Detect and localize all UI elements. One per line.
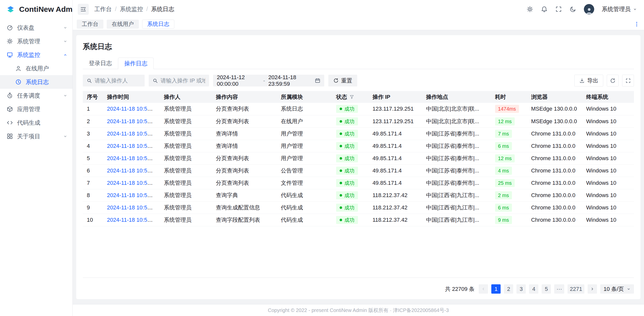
cell-content: 分页查询列表	[212, 177, 277, 189]
status-dot-icon	[340, 206, 342, 209]
cell-time-link[interactable]: 2024-11-18 10:51:53	[107, 167, 158, 174]
status-dot-icon	[340, 219, 342, 221]
sidebar-item-label: 仪表盘	[17, 24, 59, 32]
user-icon	[15, 65, 22, 72]
page-button[interactable]: 4	[529, 284, 538, 294]
operator-search-input[interactable]	[95, 77, 141, 84]
sidebar-item-code-generation[interactable]: 代码生成	[0, 116, 72, 129]
sidebar-collapse-button[interactable]	[78, 4, 89, 15]
tag-system-logs[interactable]: 系统日志	[142, 20, 174, 29]
cell-ip: 49.85.171.4	[369, 127, 422, 140]
page-button[interactable]: 2271	[568, 284, 584, 294]
notification-bell-icon[interactable]	[541, 6, 548, 13]
settings-icon	[7, 38, 13, 44]
sidebar-item-label: 任务调度	[17, 92, 59, 100]
log-tabs: 登录日志 操作日志	[83, 57, 634, 69]
cell-operator: 系统管理员	[160, 201, 212, 214]
page-button[interactable]: 3	[516, 284, 526, 294]
cell-time-link[interactable]: 2024-11-18 10:51:52	[107, 180, 158, 186]
cell-os: Windows 10	[582, 164, 634, 177]
sidebar-item-online-users[interactable]: 在线用户	[0, 62, 72, 75]
cell-time-link[interactable]: 2024-11-18 10:51:49	[107, 217, 158, 223]
cell-location: 中国|江苏省|泰州市|...	[422, 127, 491, 140]
code-icon	[7, 119, 13, 126]
avatar-person-icon	[585, 7, 593, 14]
avatar[interactable]	[584, 4, 594, 14]
page-size-select[interactable]: 10 条/页	[600, 284, 634, 294]
page-button[interactable]: 1	[491, 284, 501, 294]
sidebar-item-app-management[interactable]: 应用管理	[0, 102, 72, 116]
main-column: 工作台 / 系统监控 / 系统日志 系统管理员 工作台	[73, 0, 644, 316]
page-button[interactable]: 5	[542, 284, 551, 294]
cell-module: 代码生成	[277, 214, 332, 226]
system-log-card: 系统日志 登录日志 操作日志	[76, 35, 640, 299]
breadcrumb-item[interactable]: 工作台	[94, 5, 112, 13]
cell-module: 在线用户	[277, 115, 332, 127]
status-dot-icon	[340, 120, 342, 123]
table-fullscreen-button[interactable]	[622, 75, 634, 86]
content-area: 系统日志 登录日志 操作日志	[73, 30, 644, 304]
breadcrumb: 工作台 / 系统监控 / 系统日志	[94, 5, 174, 13]
export-label: 导出	[587, 77, 598, 84]
status-badge: 成功	[336, 191, 358, 199]
app-logo[interactable]: ContiNew Admin	[0, 0, 72, 18]
export-button[interactable]: 导出	[574, 75, 603, 86]
tab-operation-logs[interactable]: 操作日志	[118, 58, 154, 69]
cell-ip: 49.85.171.4	[369, 140, 422, 152]
cell-time-link[interactable]: 2024-11-18 10:52:12	[107, 130, 158, 137]
cell-time-link[interactable]: 2024-11-18 10:51:49	[107, 204, 158, 211]
monitor-icon	[7, 52, 13, 58]
page-ellipsis[interactable]: ···	[554, 284, 564, 294]
tag-online-users[interactable]: 在线用户	[107, 20, 139, 29]
tab-label: 登录日志	[89, 59, 112, 67]
cell-time-link[interactable]: 2024-11-18 10:52:47	[107, 118, 158, 124]
duration-badge: 4 ms	[495, 167, 512, 175]
sidebar-item-system-management[interactable]: 系统管理	[0, 34, 72, 48]
cell-time-link[interactable]: 2024-11-18 10:52:05	[107, 143, 158, 149]
date-range-separator: -	[263, 77, 265, 84]
cell-module: 用户管理	[277, 152, 332, 164]
date-range-picker[interactable]: 2024-11-12 00:00:00 - 2024-11-18 23:59:5…	[213, 75, 324, 86]
prev-page-button[interactable]	[479, 284, 488, 294]
reset-label: 重置	[341, 77, 352, 84]
top-header: 工作台 / 系统监控 / 系统日志 系统管理员	[73, 0, 644, 18]
sidebar-item-system-monitor[interactable]: 系统监控	[0, 48, 72, 62]
breadcrumb-item[interactable]: 系统监控	[120, 5, 143, 13]
user-menu[interactable]: 系统管理员	[602, 5, 637, 13]
cell-os: Windows 10	[582, 214, 634, 226]
settings-icon[interactable]	[527, 6, 533, 13]
duration-badge: 25 ms	[495, 179, 515, 187]
sidebar-item-task-schedule[interactable]: 任务调度	[0, 89, 72, 102]
status-dot-icon	[340, 169, 342, 172]
cell-time-link[interactable]: 2024-11-18 10:51:50	[107, 192, 158, 198]
tag-workbench[interactable]: 工作台	[77, 20, 103, 29]
cell-module: 用户管理	[277, 140, 332, 152]
cell-ip: 118.212.37.42	[369, 214, 422, 226]
sidebar-item-about-project[interactable]: 关于项目	[0, 129, 72, 143]
fullscreen-icon[interactable]	[555, 6, 562, 13]
table-refresh-button[interactable]	[607, 75, 619, 86]
cell-index: 9	[83, 201, 103, 214]
table-row: 2 2024-11-18 10:52:47 系统管理员 分页查询列表 在线用户 …	[83, 115, 634, 127]
tab-login-logs[interactable]: 登录日志	[83, 57, 118, 69]
cell-operator: 系统管理员	[160, 115, 212, 127]
reset-button[interactable]: 重置	[328, 75, 357, 86]
next-page-button[interactable]	[588, 284, 597, 294]
cell-operator: 系统管理员	[160, 189, 212, 201]
filter-funnel-icon[interactable]	[349, 95, 354, 99]
sidebar-item-dashboard[interactable]: 仪表盘	[0, 21, 72, 34]
dark-mode-moon-icon[interactable]	[570, 6, 576, 13]
col-module: 所属模块	[277, 91, 332, 103]
date-start-value: 2024-11-12 00:00:00	[217, 74, 260, 87]
tab-label: 操作日志	[124, 60, 147, 67]
cell-time-link[interactable]: 2024-11-18 10:52:55	[107, 106, 158, 112]
cell-content: 查询字段配置列表	[212, 214, 277, 226]
col-os: 终端系统	[582, 91, 634, 103]
cell-browser: Chrome 131.0.0.0	[527, 152, 582, 164]
cell-time-link[interactable]: 2024-11-18 10:51:55	[107, 155, 158, 161]
tags-more-button[interactable]	[633, 20, 640, 28]
cell-content: 查询字典	[212, 189, 277, 201]
sidebar-item-system-logs[interactable]: 系统日志	[0, 75, 72, 89]
page-button[interactable]: 2	[504, 284, 513, 294]
ip-search-input[interactable]	[160, 77, 205, 84]
